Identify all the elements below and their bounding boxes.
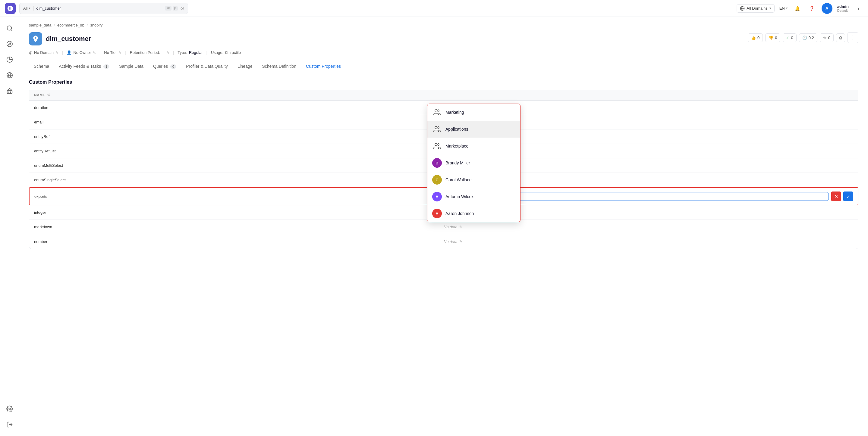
sidebar-item-search[interactable] — [3, 22, 16, 35]
thumbs-up-count: 0 — [757, 36, 760, 40]
time-button[interactable]: 🕐 0.2 — [799, 33, 817, 42]
language-label: EN — [779, 6, 785, 10]
dropdown-item-autumn-wilcox[interactable]: A Autumn Wilcox — [427, 188, 520, 205]
avatar-initial-autumn: A — [435, 195, 438, 199]
app-logo[interactable] — [5, 3, 16, 14]
meta-div-1: | — [62, 50, 63, 55]
tab-custom-label: Custom Properties — [306, 64, 341, 69]
tab-lineage[interactable]: Lineage — [233, 61, 257, 72]
breadcrumb: sample_data / ecommerce_db / shopify — [29, 23, 858, 27]
no-data-markdown: No data — [444, 225, 458, 229]
avatar-carol-wallace: C — [432, 175, 442, 185]
svg-rect-8 — [7, 90, 12, 93]
sidebar-item-logout[interactable] — [3, 418, 16, 431]
time-icon: 🕐 — [802, 36, 807, 40]
user-menu-chevron[interactable]: ▾ — [854, 4, 863, 13]
dropdown-item-carol-wallace[interactable]: C Carol Wallace — [427, 171, 520, 188]
search-clear-button[interactable]: ⊗ — [180, 5, 184, 11]
group-icon-marketing — [432, 107, 442, 117]
thumbs-down-button[interactable]: 👎 0 — [765, 33, 780, 42]
tier-meta[interactable]: No Tier ✎ — [104, 50, 121, 55]
search-filter-dropdown[interactable]: All ▾ — [23, 6, 34, 10]
avatar-brandy-miller: B — [432, 158, 442, 168]
tab-schema[interactable]: Schema — [29, 61, 54, 72]
dropdown-item-marketplace[interactable]: Marketplace — [427, 138, 520, 155]
domain-edit-icon[interactable]: ✎ — [56, 51, 59, 55]
page-title-area: dim_customer — [29, 32, 91, 45]
prop-name-entityRef: entityRef — [34, 134, 444, 139]
share-button[interactable]: ⎙ — [836, 33, 845, 42]
meta-div-4: | — [173, 50, 174, 55]
avatar-initial-carol: C — [435, 178, 438, 182]
notification-bell[interactable]: 🔔 — [793, 4, 802, 13]
thumbs-up-button[interactable]: 👍 0 — [748, 33, 763, 42]
breadcrumb-sample-data[interactable]: sample_data — [29, 23, 51, 27]
avatar-aaron-johnson: A — [432, 209, 442, 218]
edit-markdown-icon[interactable]: ✎ — [459, 225, 462, 229]
accept-edit-button[interactable]: ✓ — [843, 192, 853, 201]
breadcrumb-shopify[interactable]: shopify — [90, 23, 102, 27]
help-button[interactable]: ❓ — [807, 4, 817, 13]
tab-schema-def[interactable]: Schema Definition — [257, 61, 301, 72]
breadcrumb-ecommerce-db[interactable]: ecommerce_db — [57, 23, 84, 27]
share-icon: ⎙ — [839, 36, 842, 40]
more-options-button[interactable]: ⋮ — [847, 32, 858, 43]
sidebar-item-globe[interactable] — [3, 69, 16, 82]
tab-custom-properties[interactable]: Custom Properties — [301, 61, 346, 72]
avatar[interactable]: A — [822, 3, 832, 14]
tab-activity-badge: 1 — [103, 64, 110, 69]
tab-schema-label: Schema — [34, 64, 49, 69]
tier-value: No Tier — [104, 50, 117, 55]
tab-profiler[interactable]: Profiler & Data Quality — [181, 61, 233, 72]
owner-meta[interactable]: 👤 No Owner ✎ — [67, 50, 96, 55]
domain-meta[interactable]: ◎ No Domain ✎ — [29, 50, 59, 55]
sidebar-item-settings[interactable] — [3, 402, 16, 415]
dropdown-item-brandy-miller[interactable]: B Brandy Miller — [427, 155, 520, 171]
retention-label: Retention Period: — [130, 50, 160, 55]
language-selector[interactable]: EN ▾ — [779, 6, 788, 10]
thumbs-up-icon: 👍 — [751, 36, 756, 40]
usage-value: 0th pctile — [225, 50, 241, 55]
sidebar-item-explore[interactable] — [3, 37, 16, 51]
domain-selector[interactable]: All Domains ▾ — [737, 4, 774, 13]
edit-number-icon[interactable]: ✎ — [459, 239, 462, 244]
dropdown-item-aaron-johnson[interactable]: A Aaron Johnson — [427, 205, 520, 222]
sort-icon[interactable]: ⇅ — [47, 93, 50, 97]
search-bar[interactable]: All ▾ ⌘ K ⊗ — [19, 3, 188, 14]
check-icon: ✓ — [786, 36, 789, 40]
type-value: Regular — [189, 50, 203, 55]
group-icon-marketplace — [432, 141, 442, 151]
dropdown-item-marketing[interactable]: Marketing — [427, 104, 520, 121]
tab-activity-feeds[interactable]: Activity Feeds & Tasks 1 — [54, 61, 114, 72]
avatar-initial-brandy: B — [435, 161, 438, 165]
cancel-edit-button[interactable]: ✕ — [831, 192, 841, 201]
language-chevron: ▾ — [786, 6, 788, 10]
search-input[interactable] — [36, 6, 162, 10]
thumbs-down-count: 0 — [775, 36, 777, 40]
navbar: All ▾ ⌘ K ⊗ All Domains ▾ EN ▾ 🔔 ❓ A adm… — [0, 0, 868, 17]
sidebar-item-insights[interactable] — [3, 53, 16, 66]
owner-edit-icon[interactable]: ✎ — [93, 51, 96, 55]
usage-label: Usage: — [211, 50, 223, 55]
tab-profiler-label: Profiler & Data Quality — [186, 64, 228, 69]
check-count: 0 — [791, 36, 793, 40]
tab-sample-data[interactable]: Sample Data — [114, 61, 148, 72]
tab-lineage-label: Lineage — [238, 64, 253, 69]
retention-edit-icon[interactable]: ✎ — [166, 51, 169, 55]
sidebar-item-governance[interactable] — [3, 84, 16, 98]
user-info[interactable]: admin Default — [837, 4, 849, 12]
tab-queries[interactable]: Queries 0 — [148, 61, 181, 72]
table-row: number No data ✎ — [29, 234, 858, 249]
prop-value-number: No data ✎ — [444, 239, 853, 244]
user-name: admin — [837, 4, 849, 9]
retention-meta[interactable]: Retention Period: -- ✎ — [130, 50, 169, 55]
dropdown-item-applications[interactable]: Applications — [427, 121, 520, 138]
search-filter-chevron: ▾ — [29, 6, 30, 10]
tier-edit-icon[interactable]: ✎ — [119, 51, 121, 55]
search-filter-label: All — [23, 6, 27, 10]
tabs: Schema Activity Feeds & Tasks 1 Sample D… — [29, 61, 858, 72]
check-button[interactable]: ✓ 0 — [783, 33, 796, 42]
svg-point-11 — [9, 408, 10, 410]
page-title: dim_customer — [46, 35, 91, 43]
star-button[interactable]: ☆ 0 — [820, 33, 834, 42]
